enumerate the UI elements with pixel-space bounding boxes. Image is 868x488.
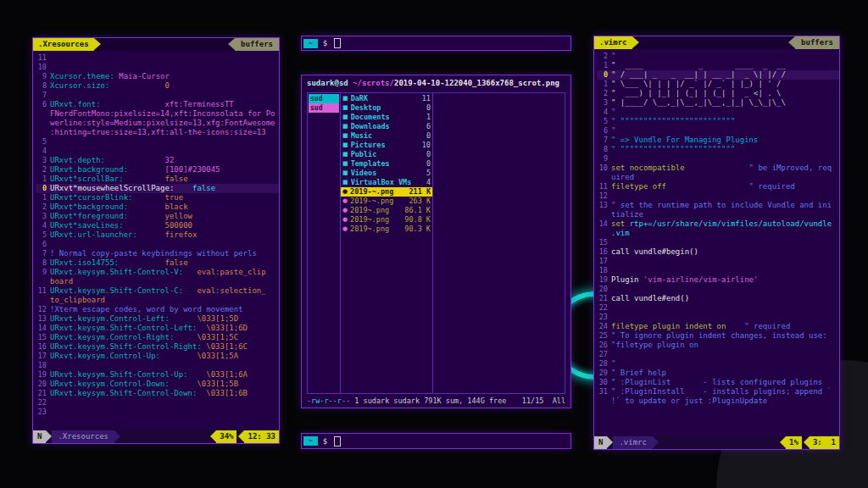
editor-line: 15URxvt.keysym.Control-Right: \033[1;5C	[36, 333, 279, 342]
editor-line: 9	[597, 154, 839, 164]
line-number	[597, 173, 611, 182]
line-number: 26	[597, 341, 611, 350]
ranger-dir-entry[interactable]: ■Music0	[341, 131, 432, 141]
ranger-dir-entry[interactable]: ■DaRK11	[341, 94, 432, 103]
line-number: 1	[36, 193, 50, 202]
editor-line: 26"filetype plugin on	[597, 341, 839, 350]
xresources-editor[interactable]: 11109Xcursor.theme: Maia-Cursor8Xcursor.…	[33, 51, 279, 430]
line-number: 5	[597, 117, 611, 126]
line-number: 22	[597, 303, 611, 313]
ranger-dir-entry[interactable]: ■Templates0	[341, 159, 432, 169]
user-host: sudark@sd	[307, 79, 353, 87]
editor-line: 2URxvt*background: black	[36, 202, 279, 212]
top-terminal-window[interactable]: ~ $	[301, 36, 571, 51]
buffers-label[interactable]: buffers	[795, 36, 839, 49]
editor-line: 10set nocompatible " be iMproved, req	[597, 164, 839, 173]
scroll-indicator: All	[553, 396, 565, 405]
ranger-dir-entry[interactable]: ■Pictures10	[341, 141, 432, 150]
statusline: N .Xresources 34% 12: 33	[33, 430, 279, 443]
powerline-arrow-icon	[228, 38, 235, 50]
terminal-cursor	[334, 38, 341, 48]
line-number: 4	[36, 221, 50, 230]
editor-line: 7	[36, 91, 279, 100]
editor-line: werline:style=Medium:pixelsize=13,xfg:Fo…	[36, 119, 279, 128]
editor-line: 1" \___ \| | | |/ _` |/ _` | |_) | ' /	[597, 80, 839, 89]
editor-line: 4	[36, 147, 279, 156]
folder-icon: ■	[342, 103, 348, 113]
tab-vimrc[interactable]: .vimrc	[594, 36, 632, 49]
editor-line: 18	[36, 361, 279, 370]
line-number: 11	[597, 182, 611, 191]
line-number: 16	[36, 342, 50, 352]
ranger-dir-entry[interactable]: ■Documents1	[341, 113, 432, 122]
powerline-arrow-icon	[780, 436, 786, 448]
line-number: 6	[36, 100, 50, 109]
parent-pane: sudsud	[308, 93, 341, 393]
line-number: 3	[36, 212, 50, 221]
line-number: 9	[597, 154, 611, 164]
editor-line: 13" set the runtime path to include Vund…	[597, 201, 839, 210]
bottom-terminal-window[interactable]: ~ $	[301, 433, 571, 449]
editor-line: 17	[597, 257, 839, 266]
statusline: N .vimrc 1% 3: 1	[594, 436, 839, 449]
line-number: 13	[597, 201, 611, 210]
ranger-window[interactable]: sudark@sd ~/scrots/2019-04-10-122040_136…	[301, 75, 571, 408]
status-filename: .Xresources	[52, 430, 114, 443]
cursor-position: 3: 1	[810, 436, 839, 449]
ranger-dir-entry[interactable]: ■Videos5	[341, 169, 432, 178]
entry-info: 0	[426, 103, 431, 113]
editor-line: 30" :PluginList - lists configured plugi…	[597, 378, 839, 387]
entry-info: 1	[426, 113, 431, 122]
ranger-dir-entry[interactable]: ■VirtualBox VMs4	[341, 178, 432, 187]
editor-line: 19Plugin 'vim-airline/vim-airline'	[597, 275, 839, 285]
entry-info: 5	[426, 169, 431, 178]
ranger-file-entry[interactable]: ●2019~.png86.1 K	[341, 206, 432, 215]
line-number: 6	[597, 126, 611, 136]
editor-line: tialize	[597, 210, 839, 219]
ranger-file-entry[interactable]: ●2019-~.png263 K	[341, 197, 432, 206]
parent-dir-entry[interactable]: sud	[309, 94, 339, 103]
parent-dir-entry[interactable]: sud	[309, 103, 339, 113]
line-number: 5	[36, 230, 50, 240]
powerline-arrow-icon	[632, 36, 639, 48]
tab-xresources[interactable]: .Xresources	[33, 38, 94, 51]
line-number: 7	[36, 91, 50, 100]
ranger-file-entry[interactable]: ●2019~.png90.3 K	[341, 225, 432, 234]
editor-line: 6"	[597, 126, 839, 136]
powerline-arrow-icon	[210, 430, 216, 442]
tabline: .Xresources buffers	[33, 38, 279, 51]
ranger-file-entry[interactable]: ●2019-~.png211 K	[341, 187, 432, 197]
current-path: ~/scrots/	[353, 79, 394, 87]
line-number: 16	[597, 247, 611, 257]
line-number: 2	[36, 165, 50, 175]
buffers-label[interactable]: buffers	[235, 38, 279, 51]
editor-line: 1URxvt*cursorBlink: true	[36, 193, 279, 202]
line-number: 1	[597, 80, 611, 89]
entry-info: 90.8 K	[404, 215, 431, 225]
terminal-cursor	[334, 436, 341, 446]
line-number	[36, 119, 50, 128]
line-number: 6	[36, 240, 50, 249]
editor-line: uired	[597, 173, 839, 182]
image-file-icon: ●	[342, 197, 348, 206]
entry-info: 86.1 K	[404, 206, 431, 215]
ranger-file-entry[interactable]: ●2019~.png90.8 K	[341, 215, 432, 225]
selection-index: 11/15	[522, 396, 544, 405]
editor-line: 17URxvt.keysym.Control-Up: \033[1;5A	[36, 352, 279, 361]
editor-line: 16URxvt.keysym.Shift-Control-Right: \033…	[36, 342, 279, 352]
ranger-panes: sudsud ■DaRK11■Desktop0■Documents1■Downl…	[307, 92, 565, 394]
entry-name: Music	[351, 131, 425, 141]
editor-line: 22	[36, 398, 279, 408]
line-number	[36, 109, 50, 119]
editor-line: 28"	[597, 359, 839, 369]
ranger-dir-entry[interactable]: ■Public0	[341, 150, 432, 159]
line-number: 29	[597, 369, 611, 378]
line-number: 9	[36, 268, 50, 277]
vimrc-editor[interactable]: 2"1" ____ _ ____ _ __0" / ___| _ _ __| |…	[594, 49, 839, 436]
statusline-fill	[120, 430, 210, 443]
ranger-dir-entry[interactable]: ■Desktop0	[341, 103, 432, 113]
ranger-dir-entry[interactable]: ■Downloads6	[341, 122, 432, 131]
entry-info: 211 K	[409, 187, 431, 197]
editor-line: 10	[36, 63, 279, 72]
tabline-fill	[639, 36, 789, 49]
